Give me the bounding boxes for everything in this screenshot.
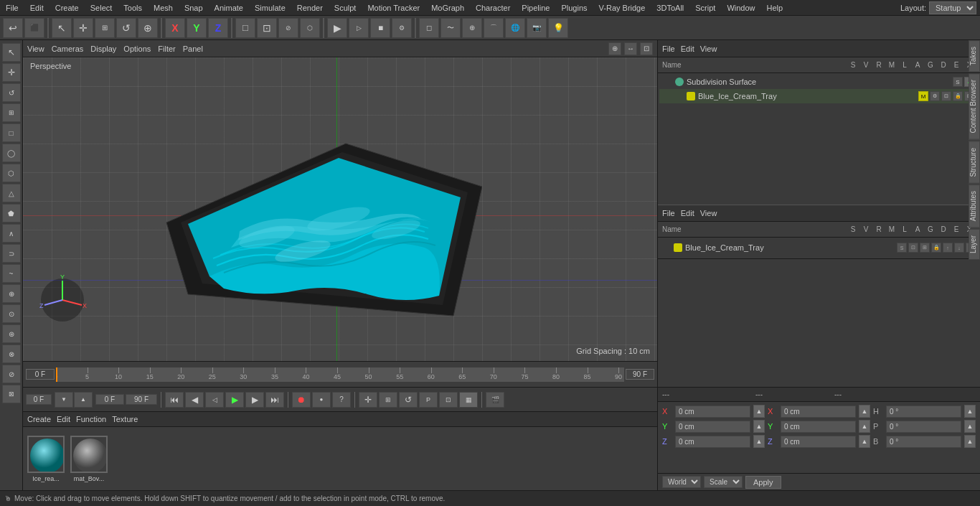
menu-3dtoall[interactable]: 3DToAll	[651, 2, 689, 14]
light-btn[interactable]: 💡	[548, 18, 568, 38]
tool-lasso[interactable]: ⬟	[2, 204, 21, 222]
menu-motion-tracker[interactable]: Motion Tracker	[362, 2, 425, 14]
viewport-icon-3[interactable]: ⊡	[640, 42, 653, 55]
tool-magnet[interactable]: ⊃	[2, 244, 21, 263]
redo-btn[interactable]: ⬛	[24, 18, 44, 38]
menu-character[interactable]: Character	[470, 2, 516, 14]
help-btn[interactable]: ?	[332, 392, 351, 408]
psd-key-btn[interactable]: ▦	[459, 392, 478, 408]
play-btn[interactable]: ▶	[225, 392, 244, 408]
menu-create[interactable]: Create	[50, 2, 85, 14]
scale-btn[interactable]: ⊞	[95, 18, 115, 38]
viewport-menu-panel[interactable]: Panel	[183, 44, 203, 53]
menu-window[interactable]: Window	[721, 2, 760, 14]
go-start-btn[interactable]: ⏮	[165, 392, 184, 408]
tab-attributes[interactable]: Attributes	[969, 184, 980, 228]
object-mode-btn[interactable]: □	[235, 18, 255, 38]
tool-bridge[interactable]: ⊙	[2, 304, 21, 323]
coord-h-rot[interactable]	[886, 406, 961, 418]
menu-file[interactable]: File	[0, 2, 24, 14]
scene-btn[interactable]: 🌐	[505, 18, 525, 38]
menu-sculpt[interactable]: Sculpt	[329, 2, 362, 14]
menu-render[interactable]: Render	[291, 2, 329, 14]
render-btn[interactable]: ▶	[327, 18, 347, 38]
mat-menu-texture[interactable]: Texture	[112, 415, 138, 423]
deform-btn[interactable]: ⌒	[484, 18, 504, 38]
record-btn[interactable]: ⏺	[292, 392, 311, 408]
coord-y-size-up[interactable]: ▲	[859, 420, 870, 433]
tool-move[interactable]: ✛	[2, 63, 21, 82]
obj-row-subdivision[interactable]: Subdivision Surface S ✓	[659, 75, 979, 89]
tab-layer[interactable]: Layer	[969, 229, 980, 260]
z-axis-btn[interactable]: Z	[208, 18, 228, 38]
tab-structure[interactable]: Structure	[969, 141, 980, 184]
spline-btn[interactable]: 〜	[440, 18, 461, 38]
coord-y-pos-up[interactable]: ▲	[753, 420, 765, 433]
tool-freeform[interactable]: △	[2, 184, 21, 202]
world-dropdown[interactable]: World	[662, 476, 701, 488]
menu-tools[interactable]: Tools	[118, 2, 148, 14]
material-item-bov[interactable]: mat_Bov...	[70, 436, 108, 482]
select-btn[interactable]: ↖	[52, 18, 72, 38]
render-region-btn[interactable]: ▷	[349, 18, 369, 38]
tool-rotate[interactable]: ↺	[2, 83, 21, 102]
menu-snap[interactable]: Snap	[179, 2, 209, 14]
material-item-ice[interactable]: Ice_rea...	[27, 436, 65, 482]
rot-key-btn[interactable]: ↺	[399, 392, 418, 408]
coord-x-pos-up[interactable]: ▲	[753, 405, 765, 418]
coord-z-size[interactable]	[781, 436, 856, 448]
current-frame-input[interactable]	[26, 394, 52, 405]
menu-animate[interactable]: Animate	[209, 2, 249, 14]
nurbs-btn[interactable]: ⊕	[462, 18, 482, 38]
rotate-btn[interactable]: ↺	[116, 18, 136, 38]
tool-circle[interactable]: ◯	[2, 144, 21, 162]
viewport-menu-display[interactable]: Display	[90, 44, 116, 53]
primitives-btn[interactable]: ◻	[419, 18, 439, 38]
menu-vray[interactable]: V-Ray Bridge	[593, 2, 651, 14]
x-axis-btn[interactable]: X	[165, 18, 185, 38]
camera-btn[interactable]: 📷	[527, 18, 547, 38]
step-fwd-btn[interactable]: ▶	[245, 392, 264, 408]
move-key-btn[interactable]: ✛	[359, 392, 377, 408]
layout-dropdown[interactable]: Startup	[929, 1, 976, 14]
timeline-bar[interactable]: 0 5 10 15 20 25 30 35 40	[56, 367, 624, 382]
tool-box[interactable]: □	[2, 123, 21, 142]
render-settings-btn[interactable]: ⚙	[392, 18, 412, 38]
viewport-menu-view[interactable]: View	[27, 44, 44, 53]
coord-z-pos[interactable]	[675, 436, 750, 448]
coord-p-rot[interactable]	[886, 421, 961, 433]
edges-mode-btn[interactable]: ⊘	[278, 18, 298, 38]
coord-y-size[interactable]	[781, 421, 856, 433]
menu-pipeline[interactable]: Pipeline	[516, 2, 555, 14]
coord-z-size-up[interactable]: ▲	[859, 435, 870, 448]
tab-takes[interactable]: Takes	[969, 40, 980, 72]
obj-row-tray[interactable]: Blue_Ice_Cream_Tray M ⚙ ⊡ 🔒 ⊞	[659, 89, 979, 103]
obj-menu-edit[interactable]: Edit	[681, 44, 694, 53]
tool-brush[interactable]: ~	[2, 264, 21, 283]
scale-key-btn[interactable]: ⊞	[379, 392, 397, 408]
poly-mode-btn[interactable]: ⬡	[300, 18, 320, 38]
viewport-menu-cameras[interactable]: Cameras	[52, 44, 84, 53]
coord-y-pos[interactable]	[675, 421, 750, 433]
coord-z-pos-up[interactable]: ▲	[753, 435, 765, 448]
menu-mesh[interactable]: Mesh	[148, 2, 179, 14]
menu-select[interactable]: Select	[85, 2, 118, 14]
viewport-icon-2[interactable]: ↔	[624, 42, 637, 55]
tool-weld[interactable]: ⊛	[2, 324, 21, 343]
auto-key-btn[interactable]: ●	[312, 392, 331, 408]
coord-h-up[interactable]: ▲	[964, 405, 976, 418]
current-frame-box[interactable]: 0 F	[26, 369, 55, 380]
mat-menu-function[interactable]: Function	[76, 415, 106, 423]
tool-arrow[interactable]: ↖	[2, 43, 21, 62]
menu-script[interactable]: Script	[689, 2, 721, 14]
tool-polygon[interactable]: ⬡	[2, 164, 21, 182]
move-btn[interactable]: ✛	[73, 18, 93, 38]
param-key-btn[interactable]: P	[419, 392, 438, 408]
coord-x-size[interactable]	[781, 406, 856, 418]
render-anim-btn[interactable]: 🎬	[486, 392, 504, 408]
scale-dropdown[interactable]: Scale	[704, 476, 743, 488]
viewport-icon-1[interactable]: ⊕	[608, 42, 621, 55]
viewport-canvas[interactable]: X Y Z Perspective Grid Spacing : 10 cm	[23, 57, 657, 361]
tab-content-browser[interactable]: Content Browser	[969, 73, 980, 139]
end-frame-input[interactable]	[126, 394, 157, 405]
